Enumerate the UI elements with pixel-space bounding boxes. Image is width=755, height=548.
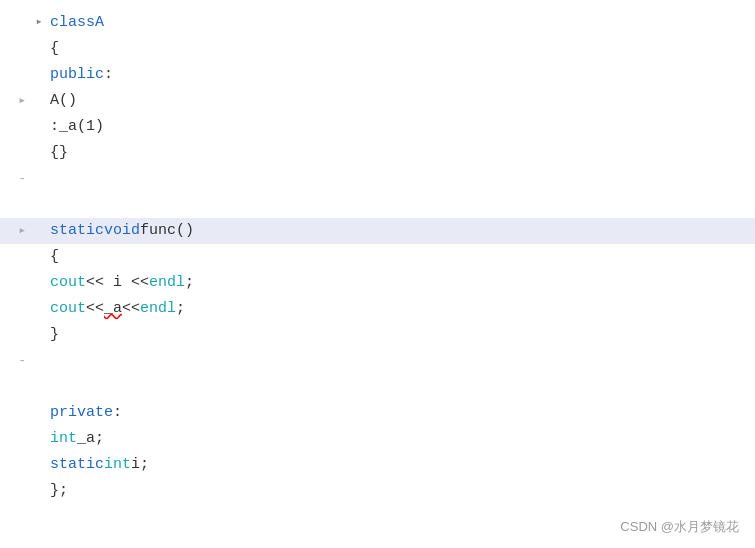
token: : — [113, 401, 122, 425]
line-gutter: ▸ — [0, 91, 32, 112]
token: { — [50, 37, 59, 61]
code-content: cout << _a << endl; — [46, 297, 747, 321]
code-content: { — [46, 37, 747, 61]
token: static — [50, 453, 104, 477]
token: << — [86, 297, 104, 321]
token: endl — [149, 271, 185, 295]
token: static — [50, 219, 104, 243]
token: ; — [185, 271, 194, 295]
code-line: { — [0, 244, 755, 270]
code-line: cout << _a << endl; — [0, 296, 755, 322]
token: endl — [140, 297, 176, 321]
code-content: class A — [46, 11, 747, 35]
code-content: {} — [46, 141, 747, 165]
token: _a; — [77, 427, 104, 451]
code-line: {} — [0, 140, 755, 166]
watermark: CSDN @水月梦镜花 — [620, 517, 739, 538]
token: ; — [176, 297, 185, 321]
code-line: ▸ A() — [0, 88, 755, 114]
code-content: } — [46, 323, 747, 347]
token: public — [50, 63, 104, 87]
code-content: static void func() — [46, 219, 747, 243]
code-content: int _a; — [46, 427, 747, 451]
token: void — [104, 219, 140, 243]
code-line: - — [0, 166, 755, 192]
code-line: static int i; — [0, 452, 755, 478]
token: cout — [50, 297, 86, 321]
code-line: }; — [0, 478, 755, 504]
token: } — [50, 323, 59, 347]
token: A — [95, 11, 104, 35]
code-content: cout << i << endl; — [46, 271, 747, 295]
line-gutter: - — [0, 169, 32, 190]
token: private — [50, 401, 113, 425]
code-content — [46, 167, 747, 191]
code-line: cout << i << endl; — [0, 270, 755, 296]
token: : — [104, 63, 113, 87]
code-line — [0, 374, 755, 400]
code-content: private: — [46, 401, 747, 425]
token: << i << — [86, 271, 149, 295]
token: int — [50, 427, 77, 451]
token: int — [104, 453, 131, 477]
code-line: ▸ static void func() — [0, 218, 755, 244]
code-content: { — [46, 245, 747, 269]
token: {} — [50, 141, 68, 165]
code-content — [46, 193, 747, 217]
code-content — [46, 375, 747, 399]
token: ; — [59, 479, 68, 503]
code-line: int _a; — [0, 426, 755, 452]
token: _a — [104, 297, 122, 321]
code-content: A() — [46, 89, 747, 113]
code-content: }; — [46, 479, 747, 503]
code-line: ▸class A — [0, 10, 755, 36]
token: i; — [131, 453, 149, 477]
code-content — [46, 349, 747, 373]
token: { — [50, 245, 59, 269]
code-line: - — [0, 348, 755, 374]
code-line: :_a(1) — [0, 114, 755, 140]
code-content: :_a(1) — [46, 115, 747, 139]
fold-marker[interactable]: ▸ — [32, 13, 46, 32]
line-gutter: ▸ — [0, 221, 32, 242]
line-gutter: - — [0, 351, 32, 372]
token: << — [122, 297, 140, 321]
token: cout — [50, 271, 86, 295]
token: A() — [50, 89, 77, 113]
code-line: } — [0, 322, 755, 348]
token: class — [50, 11, 95, 35]
code-line: private: — [0, 400, 755, 426]
token: func() — [140, 219, 194, 243]
token: } — [50, 479, 59, 503]
token: :_a(1) — [50, 115, 104, 139]
code-line — [0, 192, 755, 218]
code-content: public: — [46, 63, 747, 87]
code-content: static int i; — [46, 453, 747, 477]
code-line: { — [0, 36, 755, 62]
code-editor: ▸class A{ public:▸ A() :_a(1) {}- ▸ stat… — [0, 0, 755, 548]
code-line: public: — [0, 62, 755, 88]
